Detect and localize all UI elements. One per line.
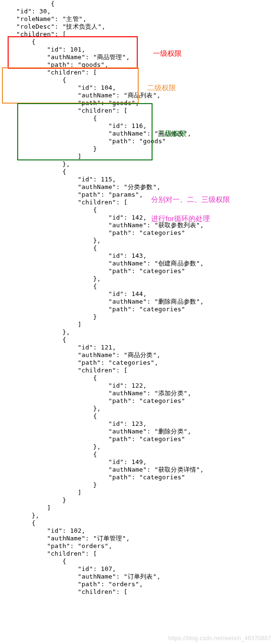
label-note-line1: 分别对一、二、三级权限 bbox=[151, 195, 230, 203]
box-level1 bbox=[8, 36, 138, 69]
box-level3 bbox=[17, 103, 153, 160]
label-note: 分别对一、二、三级权限 进行for循环的处理 bbox=[147, 185, 230, 223]
label-note-line2: 进行for循环的处理 bbox=[151, 214, 210, 222]
watermark: https://blog.csdn.net/weixin_46370867 bbox=[168, 634, 271, 642]
label-level1: 一级权限 bbox=[153, 49, 182, 58]
label-level2: 二级权限 bbox=[147, 83, 176, 93]
box-level2 bbox=[2, 67, 139, 104]
label-level3: 三级权限 bbox=[158, 129, 186, 138]
